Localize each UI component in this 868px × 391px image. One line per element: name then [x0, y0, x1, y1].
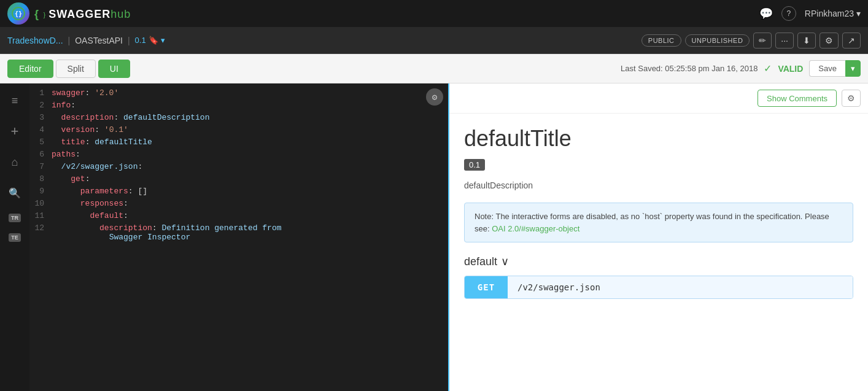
- bookmark-icon: 🔖: [149, 36, 158, 45]
- group-header: default ∨: [464, 255, 853, 268]
- save-button[interactable]: Save: [809, 60, 845, 77]
- chat-icon[interactable]: 💬: [759, 7, 773, 20]
- code-line-4: 4 version: '0.1': [29, 125, 448, 137]
- tab-ui[interactable]: UI: [98, 60, 130, 78]
- line-content: paths:: [52, 150, 448, 162]
- download-button[interactable]: ⬇: [797, 33, 816, 48]
- logo-text: { } SWAGGERhub: [34, 7, 131, 21]
- code-lines: 1 swagger: '2.0' 2 info: 3 description: …: [29, 83, 448, 247]
- version-chevron-icon: ▾: [161, 36, 165, 45]
- ui-settings-button[interactable]: ⚙: [842, 90, 861, 107]
- code-line-2: 2 info:: [29, 101, 448, 113]
- separator1: |: [68, 36, 71, 45]
- code-line-6: 6 paths:: [29, 150, 448, 162]
- line-number: 9: [29, 187, 52, 199]
- top-navbar: {} { } SWAGGERhub 💬 ? RPinkham23 ▾: [0, 0, 868, 27]
- ui-preview-panel: Show Comments ⚙ defaultTitle 0.1 default…: [448, 83, 868, 391]
- code-gear-icon: ⚙: [432, 92, 437, 103]
- line-number: 4: [29, 125, 52, 137]
- code-editor-panel[interactable]: ⚙ 1 swagger: '2.0' 2 info: 3 description…: [29, 83, 448, 391]
- code-line-3: 3 description: defaultDescription: [29, 113, 448, 125]
- version-selector[interactable]: 0.1 🔖 ▾: [135, 36, 165, 45]
- line-number: 12: [29, 223, 52, 242]
- endpoint-row[interactable]: GET /v2/swagger.json: [464, 276, 853, 299]
- note-link[interactable]: OAI 2.0/#swagger-object: [492, 224, 579, 233]
- note-box: Note: The interactive forms are disabled…: [464, 203, 853, 242]
- help-icon[interactable]: ?: [781, 6, 796, 21]
- api-version-tag: 0.1: [464, 159, 485, 171]
- save-dropdown-button[interactable]: ▾: [845, 60, 861, 77]
- valid-status-label: VALID: [778, 64, 803, 74]
- svg-text:{}: {}: [15, 10, 22, 17]
- line-number: 2: [29, 101, 52, 113]
- public-button[interactable]: PUBLIC: [641, 34, 681, 47]
- valid-check-icon: ✓: [764, 63, 772, 74]
- api-title-label: OASTestAPI: [75, 36, 123, 45]
- sidebar-icon-search[interactable]: 🔍: [5, 183, 25, 203]
- line-content: version: '0.1': [52, 125, 448, 137]
- share-button[interactable]: ↗: [842, 33, 861, 48]
- breadcrumb-bar: TradeshowD... | OASTestAPI | 0.1 🔖 ▾ PUB…: [0, 27, 868, 54]
- tab-split[interactable]: Split: [56, 60, 96, 78]
- line-content: /v2/swagger.json:: [52, 162, 448, 174]
- main-layout: ≡ + ⌂ 🔍 TR TE ⚙ 1 swagger: '2.0' 2 info:…: [0, 83, 868, 391]
- tab-editor[interactable]: Editor: [7, 60, 53, 78]
- pencil-icon-button[interactable]: ✏: [753, 33, 772, 48]
- tabs-right-section: Last Saved: 05:25:58 pm Jan 16, 2018 ✓ V…: [621, 60, 861, 77]
- ui-panel-header: Show Comments ⚙: [449, 83, 868, 114]
- username-label: RPinkham23: [805, 9, 854, 18]
- user-menu[interactable]: RPinkham23 ▾: [805, 9, 861, 18]
- show-comments-button[interactable]: Show Comments: [758, 90, 837, 107]
- line-content: swagger: '2.0': [52, 88, 448, 101]
- code-line-5: 5 title: defaultTitle: [29, 137, 448, 150]
- sidebar-icon-add[interactable]: +: [5, 122, 25, 141]
- editor-tabs-bar: Editor Split UI Last Saved: 05:25:58 pm …: [0, 54, 868, 83]
- line-content: default:: [52, 211, 448, 223]
- api-description-text: defaultDescription: [464, 180, 853, 190]
- ui-content-area: defaultTitle 0.1 defaultDescription Note…: [449, 114, 868, 319]
- endpoint-group-default: default ∨ GET /v2/swagger.json: [464, 255, 853, 299]
- line-number: 6: [29, 150, 52, 162]
- line-number: 5: [29, 137, 52, 150]
- api-main-title: defaultTitle: [464, 126, 853, 152]
- breadcrumb-right: PUBLIC UNPUBLISHED ✏ ··· ⬇ ⚙ ↗: [641, 33, 861, 48]
- code-line-1: 1 swagger: '2.0': [29, 88, 448, 101]
- line-number: 7: [29, 162, 52, 174]
- more-options-button[interactable]: ···: [775, 33, 794, 48]
- group-name-label: default: [464, 255, 497, 268]
- code-line-9: 9 parameters: []: [29, 187, 448, 199]
- sidebar-badge-te[interactable]: TE: [9, 233, 21, 242]
- code-line-12: 12 description: Definition generated fro…: [29, 223, 448, 242]
- left-sidebar: ≡ + ⌂ 🔍 TR TE: [0, 83, 29, 391]
- code-line-7: 7 /v2/swagger.json:: [29, 162, 448, 174]
- api-path-link[interactable]: TradeshowD...: [7, 36, 63, 45]
- gear-icon: ⚙: [847, 93, 855, 103]
- line-content: description: Definition generated from S…: [52, 223, 448, 242]
- line-content: info:: [52, 101, 448, 113]
- logo-icon: {}: [7, 2, 29, 25]
- endpoint-path-label: /v2/swagger.json: [508, 276, 853, 298]
- line-number: 11: [29, 211, 52, 223]
- line-number: 10: [29, 199, 52, 211]
- code-line-11: 11 default:: [29, 211, 448, 223]
- chevron-down-icon: ▾: [856, 9, 861, 18]
- version-number: 0.1: [135, 36, 146, 45]
- unpublished-button[interactable]: UNPUBLISHED: [685, 34, 750, 47]
- line-number: 3: [29, 113, 52, 125]
- chevron-down-icon: ∨: [501, 255, 509, 268]
- top-nav-right: 💬 ? RPinkham23 ▾: [759, 6, 861, 21]
- sidebar-badge-tr[interactable]: TR: [9, 214, 21, 222]
- line-content: parameters: []: [52, 187, 448, 199]
- code-settings-button[interactable]: ⚙: [426, 88, 443, 106]
- separator2: |: [128, 36, 130, 45]
- save-button-group: Save ▾: [809, 60, 861, 77]
- code-line-10: 10 responses:: [29, 199, 448, 211]
- code-line-8: 8 get:: [29, 174, 448, 187]
- line-content: description: defaultDescription: [52, 113, 448, 125]
- sidebar-icon-menu[interactable]: ≡: [5, 91, 25, 110]
- line-number: 8: [29, 174, 52, 187]
- breadcrumb-left: TradeshowD... | OASTestAPI | 0.1 🔖 ▾: [7, 36, 165, 45]
- sidebar-icon-home[interactable]: ⌂: [5, 152, 25, 172]
- method-badge-get: GET: [465, 276, 508, 298]
- settings-button[interactable]: ⚙: [820, 33, 839, 48]
